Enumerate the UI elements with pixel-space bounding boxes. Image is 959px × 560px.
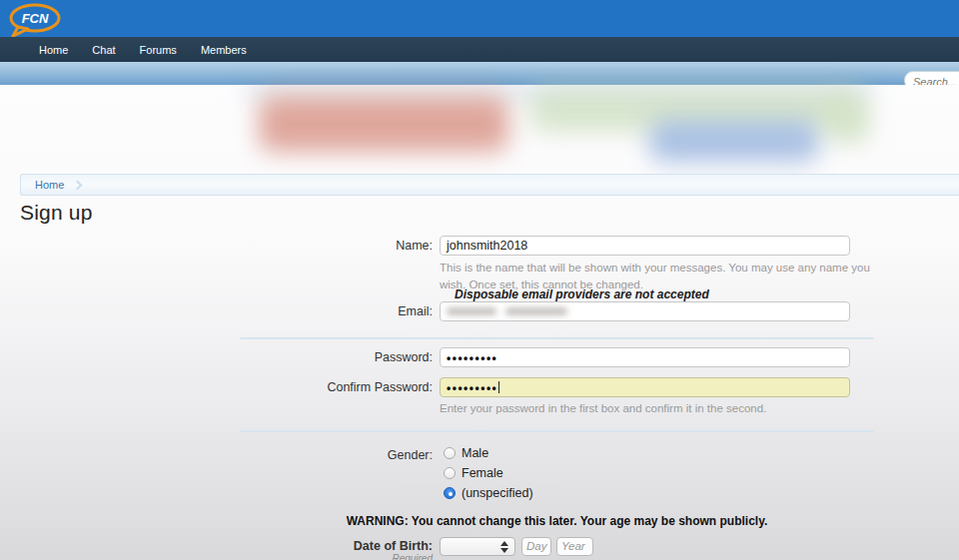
section-divider	[240, 337, 874, 339]
gender-option-unspecified[interactable]: (unspecified)	[444, 486, 533, 500]
password-input[interactable]: •••••••••	[440, 347, 850, 367]
password-help-text: Enter your password in the first box and…	[440, 400, 884, 417]
banner-blur-pink	[259, 96, 508, 152]
banner-blur-green2	[829, 96, 871, 144]
confirm-password-label: Confirm Password:	[240, 380, 433, 394]
email-value-obscured	[447, 307, 849, 315]
section-divider-2	[240, 430, 874, 432]
nav-item-forums[interactable]: Forums	[140, 44, 177, 56]
sub-header-bar	[0, 62, 959, 85]
name-label: Name:	[240, 239, 433, 253]
age-warning-text: WARNING: You cannot change this later. Y…	[240, 514, 874, 528]
dob-year-input[interactable]: Year	[556, 537, 593, 556]
chevron-right-icon	[73, 180, 83, 190]
dob-label: Date of Birth:	[240, 539, 433, 553]
email-input[interactable]	[440, 301, 850, 321]
gender-option-female-label: Female	[462, 466, 503, 480]
name-input[interactable]: johnsmith2018	[440, 236, 850, 256]
radio-unselected-icon[interactable]	[444, 447, 456, 459]
gender-label: Gender:	[240, 448, 433, 462]
email-label: Email:	[240, 304, 433, 318]
confirm-password-masked-value: •••••••••	[447, 381, 497, 395]
fcn-logo[interactable]: FCN	[8, 3, 64, 37]
password-masked-value: •••••••••	[447, 351, 497, 365]
gender-option-unspecified-label: (unspecified)	[462, 486, 533, 500]
radio-unselected-icon[interactable]	[444, 467, 456, 479]
header-bar: FCN	[0, 0, 959, 37]
signup-page: { "brand": { "logo_text": "FCN" }, "nav"…	[0, 0, 959, 560]
password-label: Password:	[240, 350, 433, 364]
gender-option-male-label: Male	[462, 446, 488, 460]
gender-option-male[interactable]: Male	[444, 446, 488, 460]
text-caret	[498, 381, 499, 393]
dob-required-note: Required	[240, 553, 433, 560]
nav-item-chat[interactable]: Chat	[92, 44, 115, 56]
banner-image	[245, 88, 874, 160]
dob-month-select[interactable]	[440, 537, 515, 556]
radio-selected-icon[interactable]	[444, 487, 456, 499]
logo-text: FCN	[22, 11, 49, 26]
breadcrumb-home-link[interactable]: Home	[35, 179, 64, 191]
main-nav: Home Chat Forums Members	[0, 37, 959, 62]
content-area: Home Sign up Name: johnsmith2018 This is…	[0, 85, 959, 560]
select-stepper-icon	[500, 541, 508, 553]
nav-item-members[interactable]: Members	[201, 44, 247, 56]
gender-option-female[interactable]: Female	[444, 466, 503, 480]
banner-blur-blue	[649, 120, 819, 162]
nav-item-home[interactable]: Home	[39, 44, 68, 56]
speech-bubble-logo-icon: FCN	[8, 3, 64, 37]
dob-day-input[interactable]: Day	[521, 537, 551, 556]
confirm-password-input[interactable]: •••••••••	[440, 377, 850, 397]
email-note: Disposable email providers are not accep…	[455, 287, 709, 301]
page-title: Sign up	[20, 201, 93, 225]
breadcrumb: Home	[20, 174, 959, 196]
